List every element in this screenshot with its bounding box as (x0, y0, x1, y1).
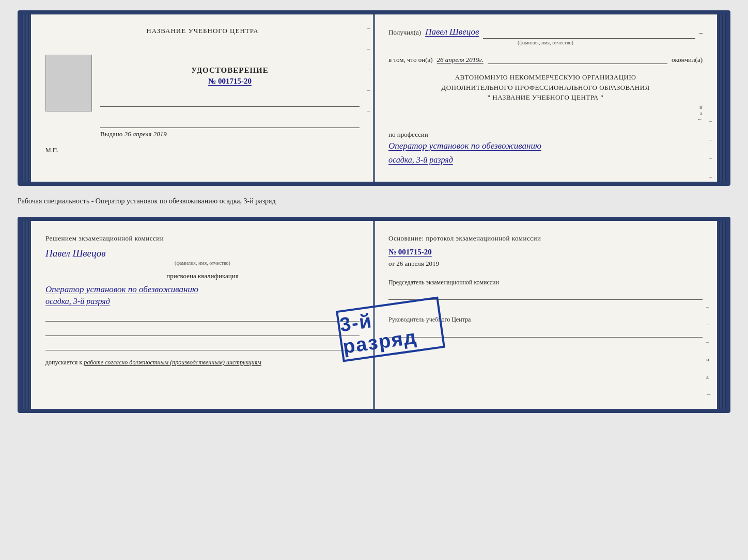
spine-right-1 (717, 14, 726, 182)
doc1-right-panel: Получил(а) Павел Швецов – (фамилия, имя,… (374, 14, 717, 182)
predsedatel-label: Председатель экзаменационной комиссии (388, 278, 703, 287)
osnovanie-title: Основание: протокол экзаменационной коми… (388, 233, 703, 244)
vydano-line: Выдано 26 апреля 2019 (100, 127, 360, 138)
dopusk-value: работе согласно должностным (производств… (84, 359, 261, 366)
ot-date-row: от 26 апреля 2019 (388, 260, 703, 268)
photo-placeholder (45, 55, 92, 111)
dopusk-prefix: допускается к (45, 359, 82, 366)
doc1-number: № 001715-20 (100, 77, 360, 86)
deco-r2-6: ← (706, 391, 712, 397)
doc2-name: Павел Швецов (45, 248, 360, 259)
razryad-value: осадка, 3-й разряд (388, 155, 703, 165)
vtom-date: 26 апреля 2019г. (437, 56, 484, 64)
doc1-left-bottom: УДОСТОВЕРЕНИЕ № 001715-20 Выдано 26 апре… (45, 51, 360, 138)
deco-r2-5: а (706, 374, 712, 380)
doc2-fio-subtitle: (фамилия, имя, отчество) (45, 260, 360, 266)
spine-right-2 (717, 221, 726, 409)
deco-dash-3: – (367, 66, 370, 72)
protocol-number: № 001715-20 (388, 248, 703, 257)
razryad-value2: осадка, 3-й разряд (45, 297, 360, 306)
professiya-value: Оператор установок по обезвоживанию (388, 141, 703, 151)
reshenie-title: Решением экзаменационной комиссии (45, 233, 360, 244)
poluchil-row: Получил(а) Павел Швецов – (388, 27, 703, 39)
sig-line-1 (45, 312, 360, 322)
mp-label: М.П. (45, 147, 360, 154)
right-deco-2: а (700, 110, 703, 116)
poluchil-dash: – (699, 28, 703, 37)
sig-line-2 (45, 327, 360, 336)
okonchil: окончил(а) (672, 56, 703, 64)
deco-r-1: – (709, 118, 712, 124)
deco-dash-1: – (367, 25, 370, 31)
po-professii-label: по профессии (388, 131, 703, 139)
deco-r2-2: – (706, 321, 712, 327)
deco-dash-4: – (367, 87, 370, 93)
doc1-center-title: НАЗВАНИЕ УЧЕБНОГО ЦЕНТРА (45, 27, 360, 35)
deco-r2-7: – (706, 409, 712, 413)
ot-prefix: от (388, 260, 396, 267)
vtom-row: в том, что он(а) 26 апреля 2019г. окончи… (388, 52, 703, 64)
poluchil-name: Павел Швецов (425, 27, 479, 37)
udostoverenie-title: УДОСТОВЕРЕНИЕ (100, 66, 360, 75)
vydano-label: Выдано (100, 130, 122, 138)
document-card-2: Решением экзаменационной комиссии Павел … (18, 217, 730, 413)
vydano-date: 26 апреля 2019 (124, 130, 167, 138)
doc1-center-section: УДОСТОВЕРЕНИЕ № 001715-20 Выдано 26 апре… (100, 51, 360, 138)
page-wrapper: НАЗВАНИЕ УЧЕБНОГО ЦЕНТРА УДОСТОВЕРЕНИЕ №… (18, 10, 730, 413)
deco-r2-1: – (706, 303, 712, 310)
deco-dash-5: – (367, 107, 370, 114)
signature-lines (45, 312, 360, 350)
doc2-left-panel: Решением экзаменационной комиссии Павел … (31, 221, 374, 409)
ot-date-value: 26 апреля 2019 (396, 260, 439, 267)
spine-left-2 (22, 221, 31, 409)
spine-left-1 (22, 14, 31, 182)
prisvoena-line: присвоена квалификация (45, 272, 360, 280)
deco-r-3: – (709, 155, 712, 161)
right-deco-1: и (699, 104, 703, 110)
deco-r2-3: – (706, 339, 712, 345)
org-line1: АВТОНОМНУЮ НЕКОММЕРЧЕСКУЮ ОРГАНИЗАЦИЮ (388, 72, 703, 83)
doc1-left-panel: НАЗВАНИЕ УЧЕБНОГО ЦЕНТРА УДОСТОВЕРЕНИЕ №… (31, 14, 374, 182)
document-card-1: НАЗВАНИЕ УЧЕБНОГО ЦЕНТРА УДОСТОВЕРЕНИЕ №… (18, 10, 730, 186)
org-line3: " НАЗВАНИЕ УЧЕБНОГО ЦЕНТРА " (388, 92, 703, 103)
vtom-prefix: в том, что он(а) (388, 56, 433, 64)
org-line2: ДОПОЛНИТЕЛЬНОГО ПРОФЕССИОНАЛЬНОГО ОБРАЗО… (388, 83, 703, 93)
deco-dash-2: – (367, 45, 370, 52)
deco-r-2: – (709, 136, 712, 142)
subtitle-text: Рабочая специальность - Оператор установ… (18, 195, 730, 207)
deco-r2-4: и (706, 356, 712, 362)
org-block: АВТОНОМНУЮ НЕКОММЕРЧЕСКУЮ ОРГАНИЗАЦИЮ ДО… (388, 72, 703, 103)
deco-r-4: – (709, 173, 712, 180)
stamp-text: 3-й разряд (338, 300, 443, 358)
right-deco-3: ← (697, 116, 703, 122)
kvalif-value: Оператор установок по обезвоживанию (45, 284, 360, 295)
dopuskaetsya-block: допускается к работе согласно должностны… (45, 359, 360, 366)
poluchil-prefix: Получил(а) (388, 28, 421, 37)
sig-line-3 (45, 341, 360, 350)
doc1-fio-subtitle: (фамилия, имя, отчество) (388, 40, 703, 45)
